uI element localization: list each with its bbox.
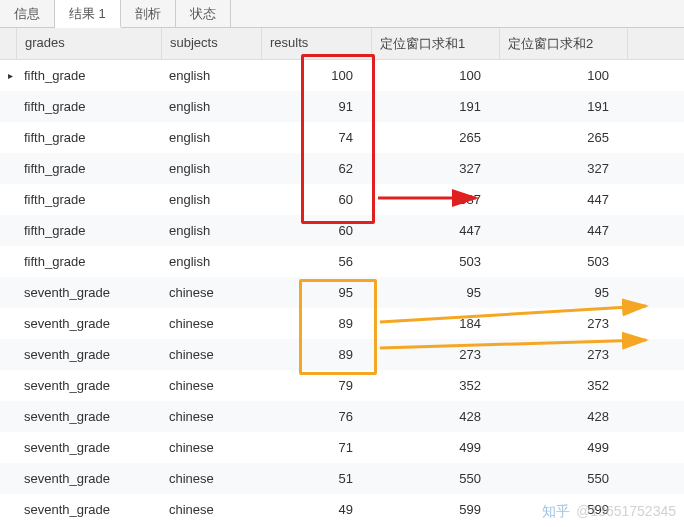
cell-sum1: 352: [371, 372, 499, 399]
cell-subjects: chinese: [161, 465, 261, 492]
table-row[interactable]: seventh_gradechinese71499499: [0, 432, 684, 463]
cell-subjects: english: [161, 248, 261, 275]
cell-grades: fifth_grade: [16, 62, 161, 89]
row-marker: [0, 473, 16, 485]
cell-subjects: english: [161, 217, 261, 244]
cell-subjects: english: [161, 124, 261, 151]
data-grid: grades subjects results 定位窗口求和1 定位窗口求和2 …: [0, 28, 684, 525]
cell-subjects: chinese: [161, 341, 261, 368]
cell-sum1: 184: [371, 310, 499, 337]
table-row[interactable]: seventh_gradechinese79352352: [0, 370, 684, 401]
tab-1[interactable]: 结果 1: [55, 0, 121, 28]
cell-results: 95: [261, 279, 371, 306]
cell-grades: fifth_grade: [16, 155, 161, 182]
cell-results: 89: [261, 341, 371, 368]
row-marker: [0, 163, 16, 175]
cell-grades: seventh_grade: [16, 310, 161, 337]
cell-subjects: chinese: [161, 310, 261, 337]
row-marker: [0, 442, 16, 454]
cell-results: 62: [261, 155, 371, 182]
cell-subjects: chinese: [161, 434, 261, 461]
table-row[interactable]: fifth_gradeenglish74265265: [0, 122, 684, 153]
row-marker: [0, 504, 16, 516]
cell-subjects: english: [161, 62, 261, 89]
table-row[interactable]: seventh_gradechinese89273273: [0, 339, 684, 370]
cell-subjects: english: [161, 186, 261, 213]
header-sum2[interactable]: 定位窗口求和2: [500, 28, 628, 59]
table-row[interactable]: fifth_gradeenglish62327327: [0, 153, 684, 184]
cell-subjects: english: [161, 93, 261, 120]
cell-results: 51: [261, 465, 371, 492]
cell-results: 74: [261, 124, 371, 151]
table-row[interactable]: fifth_gradeenglish60387447: [0, 184, 684, 215]
table-row[interactable]: seventh_gradechinese51550550: [0, 463, 684, 494]
cell-results: 60: [261, 186, 371, 213]
cell-results: 79: [261, 372, 371, 399]
cell-sum2: 499: [499, 434, 627, 461]
cell-grades: fifth_grade: [16, 217, 161, 244]
cell-sum1: 265: [371, 124, 499, 151]
cell-grades: seventh_grade: [16, 279, 161, 306]
table-row[interactable]: seventh_gradechinese959595: [0, 277, 684, 308]
cell-grades: seventh_grade: [16, 496, 161, 523]
cell-grades: fifth_grade: [16, 186, 161, 213]
cell-sum2: 273: [499, 310, 627, 337]
row-marker: [0, 380, 16, 392]
watermark-handle: @13651752345: [576, 503, 676, 519]
cell-sum2: 447: [499, 217, 627, 244]
header-results[interactable]: results: [262, 28, 372, 59]
header-subjects[interactable]: subjects: [162, 28, 262, 59]
header-grades[interactable]: grades: [17, 28, 162, 59]
cell-results: 71: [261, 434, 371, 461]
cell-sum1: 499: [371, 434, 499, 461]
cell-grades: fifth_grade: [16, 124, 161, 151]
table-row[interactable]: seventh_gradechinese76428428: [0, 401, 684, 432]
cell-grades: fifth_grade: [16, 248, 161, 275]
cell-subjects: chinese: [161, 372, 261, 399]
cell-sum2: 191: [499, 93, 627, 120]
cell-sum2: 327: [499, 155, 627, 182]
table-row[interactable]: seventh_gradechinese89184273: [0, 308, 684, 339]
cell-sum2: 550: [499, 465, 627, 492]
tab-2[interactable]: 剖析: [121, 0, 176, 27]
cell-grades: seventh_grade: [16, 465, 161, 492]
cell-sum2: 100: [499, 62, 627, 89]
tab-3[interactable]: 状态: [176, 0, 231, 27]
table-row[interactable]: fifth_gradeenglish60447447: [0, 215, 684, 246]
cell-grades: seventh_grade: [16, 434, 161, 461]
row-marker: [0, 349, 16, 361]
cell-results: 89: [261, 310, 371, 337]
cell-grades: seventh_grade: [16, 403, 161, 430]
tab-0[interactable]: 信息: [0, 0, 55, 27]
row-marker: [0, 287, 16, 299]
cell-results: 56: [261, 248, 371, 275]
cell-sum1: 327: [371, 155, 499, 182]
table-row[interactable]: ▸fifth_gradeenglish100100100: [0, 60, 684, 91]
cell-grades: seventh_grade: [16, 372, 161, 399]
row-marker: [0, 225, 16, 237]
header-sum1[interactable]: 定位窗口求和1: [372, 28, 500, 59]
cell-sum1: 550: [371, 465, 499, 492]
cell-sum1: 387: [371, 186, 499, 213]
row-marker: [0, 411, 16, 423]
row-marker: [0, 194, 16, 206]
cell-sum1: 191: [371, 93, 499, 120]
cell-sum2: 265: [499, 124, 627, 151]
cell-sum2: 503: [499, 248, 627, 275]
cell-subjects: chinese: [161, 496, 261, 523]
row-marker: [0, 318, 16, 330]
cell-results: 60: [261, 217, 371, 244]
table-row[interactable]: fifth_gradeenglish56503503: [0, 246, 684, 277]
row-marker: ▸: [0, 64, 16, 87]
cell-sum1: 100: [371, 62, 499, 89]
cell-sum2: 95: [499, 279, 627, 306]
grid-body: ▸fifth_gradeenglish100100100fifth_gradee…: [0, 60, 684, 525]
cell-results: 91: [261, 93, 371, 120]
cell-results: 100: [261, 62, 371, 89]
row-marker: [0, 256, 16, 268]
cell-subjects: chinese: [161, 403, 261, 430]
table-row[interactable]: fifth_gradeenglish91191191: [0, 91, 684, 122]
watermark: 知乎@13651752345: [542, 503, 676, 521]
cell-sum2: 273: [499, 341, 627, 368]
cell-sum1: 503: [371, 248, 499, 275]
